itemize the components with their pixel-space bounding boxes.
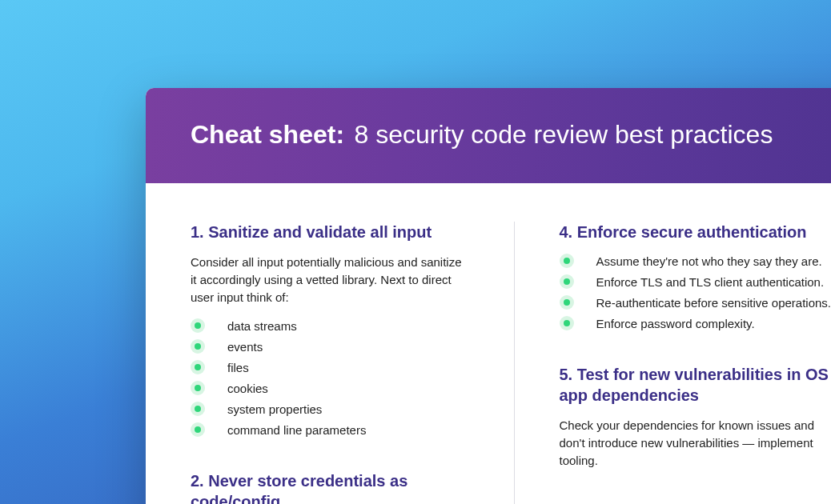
bullet-icon (560, 274, 574, 289)
list-item-label: cookies (227, 382, 268, 395)
left-column: 1. Sanitize and validate all input Consi… (191, 222, 469, 504)
list-item-label: Re-authenticate before sensitive operati… (596, 296, 832, 310)
bullet-icon (560, 295, 574, 310)
list-item: Re-authenticate before sensitive operati… (560, 295, 832, 310)
banner: Cheat sheet: 8 security code review best… (146, 88, 831, 183)
bullet-icon (191, 422, 205, 437)
list-item: system properties (191, 402, 469, 416)
section-2-head: 2. Never store credentials as code/confi… (191, 470, 469, 504)
banner-title-light: 8 security code review best practices (355, 120, 773, 149)
section-4-head: 4. Enforce secure authentication (560, 222, 832, 242)
bullet-icon (191, 381, 205, 395)
section-1-list: data streams events files cookies system… (191, 318, 469, 437)
bullet-icon (560, 254, 574, 268)
bullet-icon (191, 339, 205, 354)
list-item: Enforce TLS and TLS client authenticatio… (560, 274, 832, 289)
list-item: Assume they're not who they say they are… (560, 254, 832, 268)
page-background: Cheat sheet: 8 security code review best… (0, 0, 831, 504)
bullet-icon (560, 316, 574, 330)
banner-title-strong: Cheat sheet: (191, 120, 344, 149)
list-item-label: files (227, 361, 249, 374)
list-item-label: Assume they're not who they say they are… (596, 254, 822, 268)
list-item-label: Enforce TLS and TLS client authenticatio… (596, 275, 825, 289)
list-item-label: events (227, 340, 263, 354)
list-item-label: Enforce password complexity. (596, 317, 755, 330)
section-4-list: Assume they're not who they say they are… (560, 254, 832, 330)
list-item: data streams (191, 318, 469, 333)
cheat-sheet-card: Cheat sheet: 8 security code review best… (146, 88, 831, 504)
bullet-icon (191, 360, 205, 374)
list-item: events (191, 339, 469, 354)
list-item: Enforce password complexity. (560, 316, 832, 330)
bullet-icon (191, 402, 205, 416)
section-5-para: Check your dependencies for known issues… (560, 417, 832, 469)
column-divider (514, 222, 515, 504)
list-item: files (191, 360, 469, 374)
right-column: 4. Enforce secure authentication Assume … (560, 222, 832, 504)
content-columns: 1. Sanitize and validate all input Consi… (146, 183, 831, 504)
list-item-label: data streams (227, 319, 297, 333)
list-item-label: system properties (227, 402, 322, 416)
list-item: cookies (191, 381, 469, 395)
list-item-label: command line parameters (227, 423, 366, 437)
bullet-icon (191, 318, 205, 333)
section-1-head: 1. Sanitize and validate all input (191, 222, 469, 242)
section-5-head: 5. Test for new vulnerabilities in OS ap… (560, 364, 832, 406)
list-item: command line parameters (191, 422, 469, 437)
section-1-para: Consider all input potentially malicious… (191, 254, 469, 306)
